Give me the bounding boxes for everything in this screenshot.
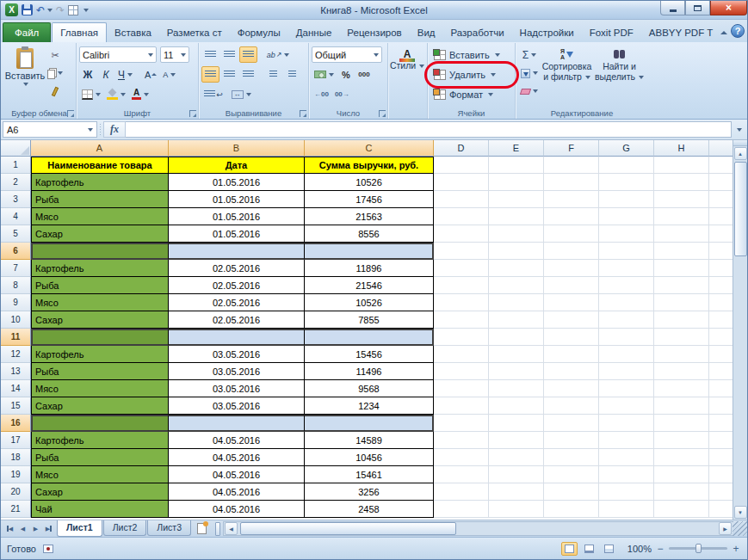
cell[interactable] [169, 329, 305, 346]
zoom-out-button[interactable]: − [655, 543, 665, 555]
scroll-up-button[interactable]: ▲ [734, 147, 747, 160]
cell[interactable]: Сахар [31, 311, 169, 329]
wrap-text-button[interactable]: ↩ [201, 86, 226, 102]
cell[interactable]: Картофель [31, 174, 169, 191]
cell[interactable] [654, 294, 709, 311]
sort-filter-button[interactable]: ЯА Сортировка и фильтр [541, 45, 593, 108]
align-left-button[interactable] [201, 66, 219, 83]
qat-table-button[interactable] [68, 5, 78, 15]
cell[interactable] [434, 174, 489, 191]
cell[interactable] [599, 449, 654, 466]
cell[interactable]: 3256 [305, 483, 434, 501]
first-sheet-button[interactable]: ◀ [3, 522, 16, 535]
cell[interactable] [654, 191, 709, 208]
cell[interactable]: 04.05.2016 [169, 466, 305, 483]
redo-button[interactable]: ↷ [56, 5, 65, 15]
normal-view-button[interactable] [561, 542, 578, 556]
align-top-button[interactable] [201, 46, 219, 63]
cell[interactable] [434, 243, 489, 260]
increase-indent-button[interactable] [283, 66, 301, 83]
vertical-scroll-thumb[interactable] [734, 162, 747, 256]
row-header[interactable]: 15 [1, 397, 31, 415]
autosum-button[interactable]: Σ [518, 46, 541, 64]
horizontal-scrollbar[interactable]: ◀ ▶ [223, 521, 733, 536]
font-color-button[interactable]: А [129, 86, 151, 103]
cell[interactable] [489, 157, 544, 174]
cell[interactable] [544, 174, 599, 191]
column-header[interactable]: B [169, 140, 305, 157]
cell[interactable]: Рыба [31, 363, 169, 380]
font-size-select[interactable]: 11 [160, 46, 189, 63]
increase-decimal-button[interactable]: ←00 [312, 86, 331, 103]
cell[interactable] [599, 415, 654, 432]
cell[interactable]: 01.05.2016 [169, 225, 305, 243]
font-name-select[interactable]: Calibri [79, 46, 157, 63]
align-middle-button[interactable] [220, 46, 238, 63]
cell[interactable] [434, 294, 489, 311]
cell[interactable]: 1234 [305, 397, 434, 415]
cell[interactable] [489, 415, 544, 432]
cell[interactable] [305, 243, 434, 260]
cell[interactable] [709, 346, 733, 363]
dialog-launcher-icon[interactable] [189, 110, 196, 117]
macro-record-button[interactable] [43, 545, 53, 553]
row-header[interactable]: 3 [1, 191, 31, 208]
cell[interactable] [489, 432, 544, 449]
cell[interactable]: Чай [31, 501, 169, 518]
cell[interactable] [434, 260, 489, 277]
borders-button[interactable] [79, 86, 103, 103]
last-sheet-button[interactable]: ▶ [42, 522, 55, 535]
cell[interactable] [599, 294, 654, 311]
cell[interactable] [709, 157, 733, 174]
maximize-button[interactable] [685, 1, 710, 15]
zoom-slider-thumb[interactable] [695, 544, 702, 553]
scroll-left-button[interactable]: ◀ [225, 522, 238, 535]
fill-color-button[interactable] [104, 86, 128, 103]
cell[interactable]: 03.05.2016 [169, 380, 305, 397]
page-layout-view-button[interactable] [581, 542, 597, 556]
cell[interactable]: 10526 [305, 294, 434, 311]
cell[interactable] [489, 346, 544, 363]
cell[interactable] [709, 501, 733, 518]
cell[interactable]: 11896 [305, 260, 434, 277]
cell[interactable]: 03.05.2016 [169, 363, 305, 380]
cell[interactable]: 04.05.2016 [169, 483, 305, 501]
cell[interactable] [599, 260, 654, 277]
cell[interactable] [654, 432, 709, 449]
cell[interactable] [709, 432, 733, 449]
cell[interactable]: 10456 [305, 449, 434, 466]
cell[interactable]: Картофель [31, 346, 169, 363]
cell[interactable] [489, 483, 544, 501]
cell[interactable] [599, 191, 654, 208]
zoom-level[interactable]: 100% [627, 544, 652, 554]
cell[interactable]: 01.05.2016 [169, 191, 305, 208]
cell[interactable] [434, 432, 489, 449]
column-header[interactable]: E [489, 140, 544, 157]
cell[interactable]: Сахар [31, 225, 169, 243]
copy-button[interactable] [45, 65, 65, 82]
row-header[interactable]: 20 [1, 483, 31, 501]
next-sheet-button[interactable]: ▶ [29, 522, 42, 535]
orientation-button[interactable]: ab↗ [264, 46, 292, 63]
cell[interactable] [544, 208, 599, 225]
cell[interactable] [434, 191, 489, 208]
cell[interactable] [599, 277, 654, 294]
cell[interactable] [544, 415, 599, 432]
ribbon-tab[interactable]: Вид [410, 23, 443, 42]
cell[interactable] [654, 311, 709, 329]
cell[interactable] [654, 363, 709, 380]
grow-font-button[interactable]: А [142, 66, 159, 83]
cell[interactable] [489, 329, 544, 346]
sheet-tab[interactable]: Лист3 [147, 520, 191, 536]
cell[interactable] [489, 225, 544, 243]
clear-button[interactable] [518, 83, 541, 100]
italic-button[interactable]: К [97, 66, 114, 83]
cell[interactable] [489, 174, 544, 191]
cell[interactable] [599, 225, 654, 243]
align-bottom-button[interactable] [239, 46, 257, 63]
cell[interactable]: Рыба [31, 277, 169, 294]
cell[interactable] [654, 225, 709, 243]
row-header[interactable]: 18 [1, 449, 31, 466]
cell[interactable] [434, 501, 489, 518]
cell[interactable]: Мясо [31, 380, 169, 397]
